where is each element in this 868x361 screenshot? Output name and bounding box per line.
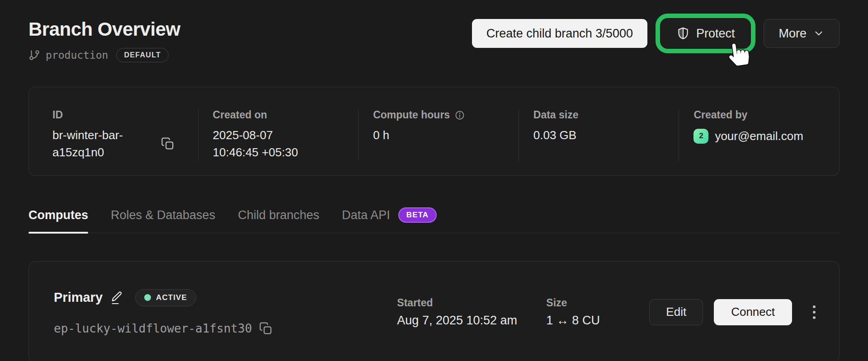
protect-button-wrap: Protect (661, 19, 750, 48)
info-col-compute-hours: Compute hours 0 h (358, 109, 519, 161)
started-label: Started (397, 297, 546, 309)
compute-name-row: Primary ACTIVE (54, 289, 397, 306)
kebab-menu-button[interactable] (808, 301, 820, 323)
status-badge: ACTIVE (135, 289, 196, 306)
branch-overview-page: Branch Overview production DEFAULT Creat… (0, 0, 868, 361)
connect-button[interactable]: Connect (714, 299, 792, 325)
more-button-label: More (778, 27, 807, 41)
git-branch-icon (28, 49, 40, 61)
header-actions: Create child branch 3/5000 Protect More (472, 19, 840, 48)
tab-computes[interactable]: Computes (28, 207, 88, 233)
kebab-menu-icon (813, 305, 816, 308)
compute-hours-label: Compute hours (373, 109, 508, 121)
branch-tabs: Computes Roles & Databases Child branche… (28, 207, 840, 233)
size-value: 1 ↔ 8 CU (546, 314, 649, 328)
compute-started-col: Started Aug 7, 2025 10:52 am (397, 297, 546, 328)
copy-branch-id-button[interactable] (161, 137, 175, 150)
active-status-dot (144, 294, 151, 301)
branch-info-card: ID br-winter-bar-a15zq1n0 Created on 202… (28, 87, 840, 176)
info-col-id: ID br-winter-bar-a15zq1n0 (29, 109, 198, 161)
page-header: Branch Overview production DEFAULT Creat… (0, 0, 868, 62)
copy-icon (259, 322, 273, 335)
edit-pencil-icon (110, 291, 123, 305)
info-icon[interactable] (454, 110, 465, 121)
copy-icon (161, 137, 175, 150)
compute-actions: Edit Connect (649, 299, 820, 325)
more-button[interactable]: More (764, 19, 840, 48)
endpoint-row: ep-lucky-wildflower-a1fsnt30 (54, 322, 397, 335)
size-label: Size (546, 297, 649, 309)
hand-cursor (726, 39, 751, 69)
info-col-created-by: Created by 2 your@email.com (679, 109, 839, 161)
created-on-value: 2025-08-07 10:46:45 +05:30 (213, 127, 318, 161)
data-size-label: Data size (533, 109, 668, 121)
rename-compute-button[interactable] (110, 291, 123, 305)
tab-child-branches[interactable]: Child branches (238, 207, 319, 233)
beta-badge: BETA (398, 207, 437, 223)
edit-compute-button[interactable]: Edit (649, 299, 703, 325)
tab-roles-databases[interactable]: Roles & Databases (111, 207, 215, 233)
id-label: ID (52, 109, 187, 121)
info-col-created-on: Created on 2025-08-07 10:46:45 +05:30 (198, 109, 359, 161)
compute-size-col: Size 1 ↔ 8 CU (546, 297, 649, 328)
branch-name: production (46, 49, 108, 61)
page-title: Branch Overview (28, 19, 180, 40)
created-on-label: Created on (213, 109, 348, 121)
create-child-branch-button[interactable]: Create child branch 3/5000 (472, 19, 647, 48)
compute-card: Primary ACTIVE ep-lucky-wildflower-a1fsn… (28, 261, 840, 361)
branch-id-value: br-winter-bar-a15zq1n0 (52, 127, 148, 161)
endpoint-id: ep-lucky-wildflower-a1fsnt30 (54, 322, 252, 335)
avatar: 2 (693, 129, 708, 144)
compute-identity: Primary ACTIVE ep-lucky-wildflower-a1fsn… (54, 289, 397, 335)
protect-button-label: Protect (696, 27, 735, 41)
data-size-value: 0.03 GB (533, 127, 576, 144)
title-block: Branch Overview production DEFAULT (28, 19, 180, 62)
compute-hours-value: 0 h (373, 127, 389, 144)
created-by-label: Created by (693, 109, 828, 121)
default-badge: DEFAULT (116, 48, 169, 62)
copy-endpoint-id-button[interactable] (259, 322, 273, 335)
tab-data-api[interactable]: Data API BETA (342, 207, 437, 233)
branch-row: production DEFAULT (28, 48, 180, 62)
info-col-data-size: Data size 0.03 GB (519, 109, 679, 161)
created-by-value: your@email.com (715, 127, 803, 145)
shield-icon (676, 27, 690, 40)
creator-row: 2 your@email.com (693, 127, 828, 145)
chevron-down-icon (813, 28, 825, 39)
started-value: Aug 7, 2025 10:52 am (397, 314, 546, 328)
compute-name: Primary (54, 290, 103, 305)
